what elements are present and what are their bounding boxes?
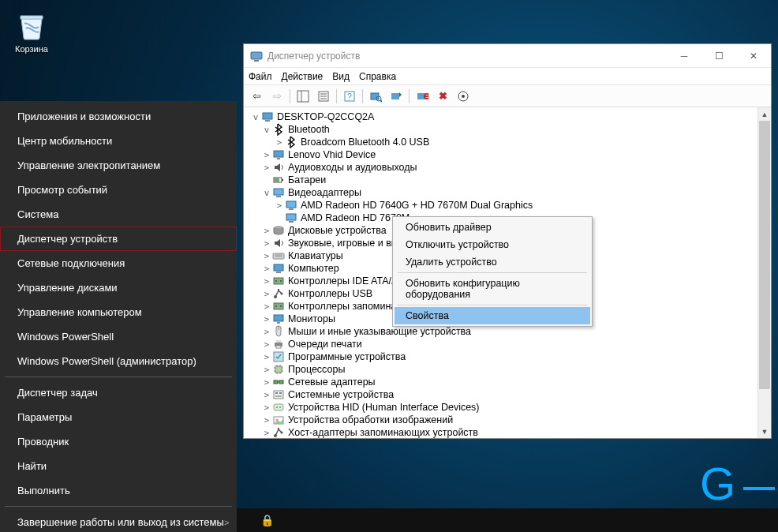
expander-icon[interactable]: > bbox=[261, 226, 272, 236]
expander-icon[interactable]: > bbox=[261, 302, 272, 312]
tree-node[interactable]: >Мыши и иные указывающие устройства bbox=[245, 325, 757, 338]
svg-rect-18 bbox=[263, 113, 272, 119]
tree-node[interactable]: Батареи bbox=[245, 174, 757, 186]
tree-node[interactable]: >Очереди печати bbox=[245, 338, 757, 350]
svg-rect-53 bbox=[275, 366, 282, 373]
expander-icon[interactable]: > bbox=[261, 150, 272, 160]
close-button[interactable]: ✕ bbox=[736, 44, 771, 68]
tree-node[interactable]: >Устройства HID (Human Interface Devices… bbox=[245, 401, 757, 414]
expander-icon[interactable]: > bbox=[261, 403, 272, 413]
tree-node[interactable]: >Аудиовходы и аудиовыходы bbox=[245, 161, 757, 174]
winx-item[interactable]: Windows PowerShell (администратор) bbox=[0, 349, 237, 373]
expander-icon[interactable]: > bbox=[274, 200, 285, 211]
show-hide-tree-button[interactable] bbox=[294, 88, 312, 105]
winx-item[interactable]: Центр мобильности bbox=[0, 129, 237, 153]
winx-item[interactable]: Управление электропитанием bbox=[0, 153, 237, 178]
menubar: Файл Действие Вид Справка bbox=[244, 68, 771, 85]
tree-node-label: Хост-адаптеры запоминающих устройств bbox=[288, 427, 478, 438]
back-button[interactable]: ⇦ bbox=[247, 88, 266, 105]
tree-node[interactable]: >Программные устройства bbox=[245, 350, 757, 363]
expander-icon[interactable]: > bbox=[261, 352, 272, 362]
wallpaper-text: G bbox=[700, 457, 775, 510]
taskbar-lock-icon[interactable]: 🔒 bbox=[260, 514, 274, 526]
winx-item[interactable]: Найти bbox=[0, 454, 237, 478]
vertical-scrollbar[interactable]: ▲ ▼ bbox=[757, 107, 771, 438]
winx-item[interactable]: Завершение работы или выход из системы> bbox=[0, 510, 237, 532]
tree-node[interactable]: >Сетевые адаптеры bbox=[245, 376, 757, 388]
scrollbar-thumb[interactable] bbox=[759, 121, 770, 389]
tree-node-label: Сетевые адаптеры bbox=[288, 377, 376, 388]
svg-point-38 bbox=[275, 280, 277, 282]
add-legacy-button[interactable] bbox=[454, 88, 473, 105]
tree-node-label: Очереди печати bbox=[288, 339, 362, 350]
winx-item[interactable]: Управление дисками bbox=[0, 275, 237, 300]
winx-item[interactable]: Сетевые подключения bbox=[0, 251, 237, 275]
context-menu-item[interactable]: Отключить устройство bbox=[395, 236, 590, 253]
uninstall-button[interactable]: ✖ bbox=[433, 88, 452, 105]
winx-item[interactable]: Управление компьютером bbox=[0, 300, 237, 324]
properties-button[interactable] bbox=[314, 88, 333, 105]
expander-icon[interactable]: > bbox=[261, 365, 272, 375]
tree-node[interactable]: >Устройства обработки изображений bbox=[245, 414, 757, 426]
expander-icon[interactable]: > bbox=[261, 163, 272, 173]
expander-icon[interactable]: > bbox=[261, 415, 272, 425]
expander-icon[interactable]: > bbox=[274, 137, 285, 148]
svg-point-75 bbox=[281, 432, 283, 434]
expander-icon[interactable]: v bbox=[250, 112, 261, 122]
context-menu-item[interactable]: Обновить драйвер bbox=[395, 219, 590, 236]
maximize-button[interactable]: ☐ bbox=[701, 44, 736, 68]
titlebar[interactable]: Диспетчер устройств ─ ☐ ✕ bbox=[244, 44, 771, 68]
update-driver-button[interactable] bbox=[387, 88, 406, 105]
expander-icon[interactable]: v bbox=[261, 188, 272, 198]
winx-item[interactable]: Windows PowerShell bbox=[0, 324, 237, 349]
expander-icon[interactable]: > bbox=[261, 314, 272, 324]
tree-root[interactable]: vDESKTOP-Q2CCQ2A bbox=[245, 111, 757, 123]
expander-icon[interactable]: > bbox=[261, 377, 272, 388]
winx-item[interactable]: Выполнить bbox=[0, 478, 237, 503]
tree-node[interactable]: >Хост-адаптеры запоминающих устройств bbox=[245, 426, 757, 438]
svg-rect-46 bbox=[274, 315, 283, 321]
expander-icon[interactable]: > bbox=[261, 251, 272, 261]
winx-item[interactable]: Система bbox=[0, 202, 237, 227]
menu-file[interactable]: Файл bbox=[249, 71, 272, 82]
disable-button[interactable] bbox=[413, 88, 432, 105]
expander-icon[interactable]: > bbox=[261, 339, 272, 350]
menu-action[interactable]: Действие bbox=[282, 71, 324, 82]
tree-node-label: Дисковые устройства bbox=[288, 225, 387, 236]
forward-button[interactable]: ⇨ bbox=[267, 88, 286, 105]
scroll-up-button[interactable]: ▲ bbox=[758, 107, 771, 121]
winx-item[interactable]: Просмотр событий bbox=[0, 178, 237, 202]
winx-item[interactable]: Параметры bbox=[0, 405, 237, 429]
recycle-bin-desktop-icon[interactable]: Корзина bbox=[5, 8, 58, 54]
tree-node[interactable]: >Lenovo Vhid Device bbox=[245, 148, 757, 161]
winx-item[interactable]: Проводник bbox=[0, 429, 237, 454]
tree-node[interactable]: >Процессоры bbox=[245, 363, 757, 376]
expander-icon[interactable]: > bbox=[261, 390, 272, 400]
minimize-button[interactable]: ─ bbox=[667, 44, 701, 68]
expander-icon[interactable]: > bbox=[261, 428, 272, 438]
tree-node[interactable]: >Системные устройства bbox=[245, 388, 757, 401]
help-button[interactable]: ? bbox=[340, 88, 359, 105]
expander-icon[interactable]: > bbox=[261, 289, 272, 299]
tree-node[interactable]: >AMD Radeon HD 7640G + HD 7670M Dual Gra… bbox=[245, 199, 757, 212]
tree-node[interactable]: vBluetooth bbox=[245, 123, 757, 136]
expander-icon[interactable]: > bbox=[261, 238, 272, 249]
scan-hardware-button[interactable] bbox=[366, 88, 385, 105]
expander-icon[interactable]: > bbox=[261, 264, 272, 274]
tree-node[interactable]: vВидеоадаптеры bbox=[245, 186, 757, 199]
winx-item[interactable]: Диспетчер задач bbox=[0, 380, 237, 405]
expander-icon[interactable]: > bbox=[261, 327, 272, 337]
context-menu-item[interactable]: Обновить конфигурацию оборудования bbox=[395, 275, 590, 303]
tree-node[interactable]: >Broadcom Bluetooth 4.0 USB bbox=[245, 136, 757, 148]
winx-item-label: Сетевые подключения bbox=[17, 257, 125, 269]
winx-item[interactable]: Приложения и возможности bbox=[0, 104, 237, 129]
expander-icon[interactable]: v bbox=[261, 125, 272, 135]
context-menu-item[interactable]: Свойства bbox=[395, 307, 590, 324]
tree-node-label: Мониторы bbox=[288, 313, 335, 324]
scroll-down-button[interactable]: ▼ bbox=[758, 425, 771, 438]
winx-item[interactable]: Диспетчер устройств bbox=[0, 227, 237, 251]
menu-view[interactable]: Вид bbox=[332, 71, 350, 82]
expander-icon[interactable]: > bbox=[261, 276, 272, 287]
menu-help[interactable]: Справка bbox=[359, 71, 396, 82]
context-menu-item[interactable]: Удалить устройство bbox=[395, 253, 590, 271]
